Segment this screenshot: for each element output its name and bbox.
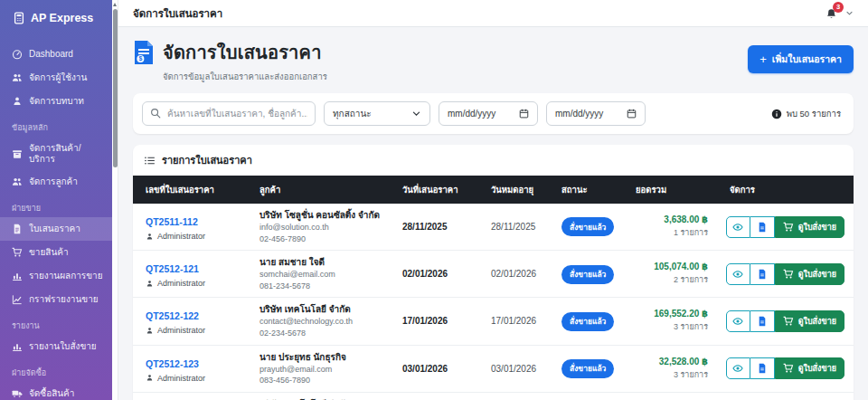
quotation-number-link[interactable]: QT2512-123: [146, 358, 199, 369]
expiry-date: 28/11/2025: [480, 222, 551, 232]
total-amount: 169,552.20 ฿: [625, 309, 708, 319]
chevron-down-icon: [411, 109, 421, 119]
add-quotation-label: เพิ่มใบเสนอราคา: [772, 52, 842, 67]
page-subtitle: จัดการข้อมูลใบเสนอราคาและส่งออกเอกสาร: [163, 70, 327, 83]
view-button[interactable]: [726, 310, 750, 332]
col-header-customer: ลูกค้า: [249, 183, 392, 196]
list-icon: [144, 155, 156, 167]
sidebar-item-label: จัดซื้อสินค้า: [29, 388, 74, 399]
quotation-number-link[interactable]: QT2512-121: [146, 263, 199, 274]
customer-name: นาย ประยุทธ นักธุรกิจ: [259, 351, 392, 364]
view-sale-order-button[interactable]: ดูใบสั่งขาย: [775, 310, 844, 332]
sidebar-item-icon: [12, 148, 23, 159]
sidebar-item-icon: [12, 72, 23, 83]
person-icon: [146, 374, 154, 382]
sidebar-item[interactable]: รายงานใบสั่งขาย: [0, 335, 112, 358]
col-header-quote-no: เลขที่ใบเสนอราคา: [133, 183, 249, 196]
sidebar-item[interactable]: รายงานผลการขาย: [0, 264, 112, 288]
scrollbar-thumb[interactable]: [113, 9, 118, 167]
view-button[interactable]: [726, 216, 750, 238]
owner-name: Administrator: [157, 279, 205, 288]
sidebar-item[interactable]: กราฟรายงานขาย: [0, 288, 112, 311]
col-header-total: ยอดรวม: [625, 183, 719, 196]
view-sale-order-button[interactable]: ดูใบสั่งขาย: [775, 216, 844, 238]
owner-name: Administrator: [157, 232, 205, 241]
sidebar-nav: Dashboard จัดการผู้ใช้งาน จัดการบทบาท ข้…: [0, 43, 112, 400]
sidebar-item[interactable]: จัดการสินค้า/บริการ: [0, 137, 112, 170]
sidebar-item[interactable]: จัดการบทบาท: [0, 90, 112, 113]
total-amount: 3,638.00 ฿: [625, 214, 708, 224]
sidebar-item[interactable]: ใบเสนอราคา: [0, 217, 112, 241]
person-icon: [146, 280, 154, 288]
date-from-input[interactable]: mm/dd/yyyy: [439, 101, 538, 126]
search-icon: [150, 108, 161, 119]
customer-email: info@solution.co.th: [259, 222, 392, 233]
quotation-document-icon: [133, 40, 155, 65]
sidebar: AP Express Dashboard จัดการผู้ใช้งาน จัด…: [0, 0, 112, 400]
app-root: AP Express Dashboard จัดการผู้ใช้งาน จัด…: [0, 0, 868, 400]
add-quotation-button[interactable]: + เพิ่มใบเสนอราคา: [748, 45, 854, 73]
total-amount: 32,528.00 ฿: [625, 357, 708, 367]
table-body: QT2511-112 Administrator บริษัท โซลูชั่น…: [133, 204, 854, 400]
sidebar-item[interactable]: ขายสินค้า: [0, 241, 112, 264]
customer-phone: 02-234-5678: [259, 328, 392, 339]
sidebar-item[interactable]: Dashboard: [0, 43, 112, 66]
view-sale-order-button[interactable]: ดูใบสั่งขาย: [775, 263, 844, 285]
sidebar-item[interactable]: จัดการลูกค้า: [0, 170, 112, 194]
file-pdf-icon: [757, 363, 768, 374]
date-to-value: mm/dd/yyyy: [555, 109, 603, 119]
sidebar-item-label: กราฟรายงานขาย: [29, 294, 99, 305]
app-logo[interactable]: AP Express: [0, 0, 112, 43]
status-badge: สั่งขายแล้ว: [561, 359, 614, 378]
eye-icon: [732, 363, 743, 374]
export-pdf-button[interactable]: [750, 216, 775, 238]
status-badge: สั่งขายแล้ว: [561, 217, 614, 236]
view-button[interactable]: [726, 263, 750, 285]
sidebar-item-icon: [12, 271, 23, 281]
col-header-quote-date: วันที่เสนอราคา: [392, 183, 480, 196]
view-sale-order-label: ดูใบสั่งขาย: [798, 221, 836, 233]
notification-badge: 3: [833, 2, 844, 13]
date-to-input[interactable]: mm/dd/yyyy: [546, 101, 646, 126]
calendar-icon: [627, 109, 637, 119]
sidebar-item-label: จัดการสินค้า/บริการ: [29, 143, 105, 164]
file-pdf-icon: [757, 269, 768, 280]
status-badge: สั่งขายแล้ว: [561, 312, 614, 331]
expiry-date: 02/01/2026: [480, 269, 551, 279]
quote-date: 03/01/2026: [392, 364, 480, 374]
quotation-number-link[interactable]: QT2511-112: [146, 216, 198, 227]
export-pdf-button[interactable]: [750, 357, 775, 379]
table-header-row: เลขที่ใบเสนอราคา ลูกค้า วันที่เสนอราคา ว…: [133, 176, 854, 204]
expiry-date: 17/01/2026: [480, 316, 551, 326]
export-pdf-button[interactable]: [750, 310, 775, 332]
sidebar-section-label: ฝ่ายขาย: [0, 194, 112, 217]
export-pdf-button[interactable]: [750, 263, 775, 285]
chevron-down-icon[interactable]: [845, 9, 854, 17]
file-pdf-icon: [757, 316, 768, 327]
sidebar-item-icon: [12, 96, 23, 107]
view-button[interactable]: [726, 357, 750, 379]
sidebar-item[interactable]: จัดการผู้ใช้งาน: [0, 66, 112, 90]
scrollbar-up-arrow[interactable]: [113, 3, 117, 6]
col-header-actions: จัดการ: [719, 183, 854, 196]
owner-name: Administrator: [157, 374, 205, 383]
status-badge: สั่งขายแล้ว: [561, 265, 614, 284]
table-card-header: รายการใบเสนอราคา: [133, 145, 854, 176]
person-icon: [146, 233, 154, 241]
app-name: AP Express: [31, 12, 93, 24]
sidebar-item-label: จัดการบทบาท: [29, 96, 84, 107]
topbar: จัดการใบเสนอราคา 3: [118, 0, 868, 27]
search-input[interactable]: [142, 101, 316, 126]
notifications-button[interactable]: 3: [826, 5, 837, 22]
page-header: จัดการใบเสนอราคา จัดการข้อมูลใบเสนอราคาแ…: [133, 38, 854, 83]
sidebar-scrollbar[interactable]: [112, 0, 118, 400]
quotation-table-card: รายการใบเสนอราคา เลขที่ใบเสนอราคา ลูกค้า…: [133, 145, 854, 400]
status-filter-select[interactable]: ทุกสถานะ: [324, 101, 430, 126]
owner-name: Administrator: [157, 326, 205, 335]
sidebar-item-label: รายงานผลการขาย: [29, 271, 103, 281]
items-count: 1 รายการ: [625, 226, 708, 239]
quotation-number-link[interactable]: QT2512-122: [146, 310, 199, 321]
col-header-expiry-date: วันหมดอายุ: [480, 183, 551, 196]
sidebar-item[interactable]: จัดซื้อสินค้า: [0, 382, 112, 400]
view-sale-order-button[interactable]: ดูใบสั่งขาย: [775, 357, 844, 379]
